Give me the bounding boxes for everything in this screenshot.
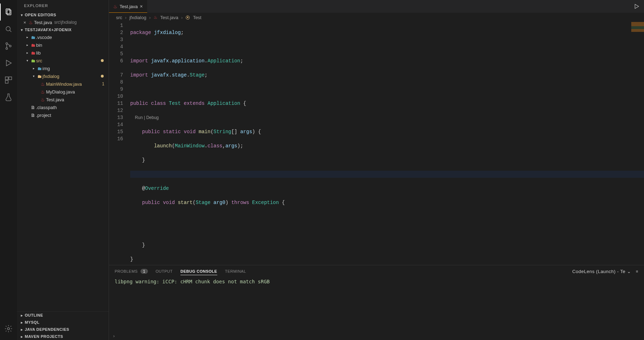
svg-marker-7 — [6, 60, 11, 66]
folder-open-icon: 🖿 — [30, 58, 36, 63]
tab-label: DEBUG CONSOLE — [180, 269, 217, 273]
chevron-right-icon: › — [181, 15, 183, 20]
breadcrumb-item[interactable]: Test.java — [160, 15, 178, 20]
close-icon[interactable]: × — [140, 4, 143, 9]
file-project[interactable]: 🗎 .project — [17, 111, 109, 119]
sidebar: EXPLORER ▾ OPEN EDITORS × ♨ Test.java sr… — [17, 0, 109, 340]
folder-src[interactable]: ▾ 🖿 src — [17, 57, 109, 64]
sidebar-title: EXPLORER — [17, 0, 109, 11]
section-label: MAVEN PROJECTS — [25, 334, 63, 339]
chevron-right-icon: ▸ — [25, 51, 30, 55]
tab-output[interactable]: OUTPUT — [156, 269, 173, 273]
folder-icon: 🖿 — [30, 42, 36, 48]
open-editor-item[interactable]: × ♨ Test.java src\jfxdialog — [17, 18, 109, 26]
svg-rect-8 — [5, 77, 8, 80]
settings-gear-icon[interactable] — [0, 320, 17, 337]
codelens-run-debug[interactable]: Run | Debug — [135, 115, 159, 120]
tab-label: OUTPUT — [156, 269, 173, 273]
code-content[interactable]: package jfxdialog; import javafx.applica… — [130, 22, 644, 265]
folder-icon: 🖿 — [36, 66, 42, 71]
debug-console-output[interactable]: libpng warning: iCCP: cHRM chunk does no… — [109, 277, 644, 334]
chevron-right-icon: › — [149, 15, 150, 20]
console-line: libpng warning: iCCP: cHRM chunk does no… — [115, 279, 638, 284]
explorer-icon[interactable] — [0, 4, 17, 21]
file-icon: 🗎 — [30, 105, 36, 110]
search-icon[interactable] — [0, 21, 17, 38]
close-icon[interactable]: × — [22, 20, 28, 25]
chevron-down-icon: ▾ — [19, 13, 25, 17]
tab-problems[interactable]: PROBLEMS 1 — [115, 269, 148, 274]
extensions-icon[interactable] — [0, 72, 17, 89]
testing-icon[interactable] — [0, 89, 17, 106]
chevron-right-icon: ▸ — [19, 321, 25, 324]
breadcrumb-item[interactable]: Test — [193, 15, 201, 20]
breadcrumbs[interactable]: src › jfxdialog › ♨ Test.java › ⦿ Test — [109, 13, 644, 22]
svg-marker-12 — [635, 4, 639, 8]
section-label: JAVA DEPENDENCIES — [25, 327, 69, 332]
chevron-right-icon: ▸ — [19, 335, 25, 339]
folder-label: src — [36, 58, 42, 63]
run-debug-icon[interactable] — [0, 55, 17, 72]
folder-icon: 🖿 — [30, 50, 36, 56]
file-classpath[interactable]: 🗎 .classpath — [17, 103, 109, 111]
folder-bin[interactable]: ▸ 🖿 bin — [17, 41, 109, 49]
tab-terminal[interactable]: TERMINAL — [225, 269, 246, 273]
section-outline[interactable]: ▸ OUTLINE — [17, 312, 109, 319]
chevron-right-icon: › — [125, 15, 126, 20]
sidebar-bottom-sections: ▸ OUTLINE ▸ MYSQL ▸ JAVA DEPENDENCIES ▸ … — [17, 311, 109, 340]
modified-dot-icon — [101, 59, 104, 62]
svg-rect-0 — [6, 9, 10, 14]
file-testjava[interactable]: ♨ Test.java — [17, 96, 109, 103]
section-mysql[interactable]: ▸ MYSQL — [17, 319, 109, 326]
svg-rect-1 — [7, 10, 11, 15]
panel-tabs: PROBLEMS 1 OUTPUT DEBUG CONSOLE TERMINAL… — [109, 265, 644, 277]
section-maven-projects[interactable]: ▸ MAVEN PROJECTS — [17, 333, 109, 340]
file-icon: 🗎 — [30, 113, 36, 118]
section-label: OPEN EDITORS — [25, 13, 56, 17]
chevron-right-icon: ▸ — [19, 328, 25, 332]
file-tree: ▸ 🖿 .vscode ▸ 🖿 bin ▸ 🖿 lib ▾ 🖿 src ▸ 🖿 … — [17, 33, 109, 311]
breadcrumb-item[interactable]: src — [116, 15, 122, 20]
line-gutter: 12345678910111213141516 — [109, 22, 130, 265]
folder-lib[interactable]: ▸ 🖿 lib — [17, 49, 109, 57]
svg-line-3 — [10, 30, 12, 32]
section-open-editors[interactable]: ▾ OPEN EDITORS — [17, 11, 109, 18]
source-control-icon[interactable] — [0, 38, 17, 55]
section-project[interactable]: ▾ TESTJAVAFX+JFOENIX — [17, 26, 109, 33]
folder-vscode[interactable]: ▸ 🖿 .vscode — [17, 33, 109, 41]
open-editor-path: src\jfxdialog — [54, 20, 76, 25]
run-button[interactable] — [633, 3, 644, 10]
section-label: OUTLINE — [25, 313, 43, 317]
chevron-down-icon: ⌄ — [627, 269, 631, 274]
file-label: .project — [36, 113, 51, 118]
file-mydialog[interactable]: ♨ MyDialog.java — [17, 88, 109, 96]
java-file-icon: ♨ — [40, 89, 46, 95]
section-label: TESTJAVAFX+JFOENIX — [25, 28, 71, 32]
tab-test-java[interactable]: ♨ Test.java × — [109, 0, 148, 13]
folder-label: lib — [36, 50, 41, 56]
breadcrumb-item[interactable]: jfxdialog — [130, 15, 146, 20]
folder-label: bin — [36, 42, 42, 48]
folder-label: .vscode — [36, 35, 52, 40]
tab-debug-console[interactable]: DEBUG CONSOLE — [180, 269, 217, 275]
filter-icon[interactable]: ≡ — [636, 269, 638, 273]
folder-img[interactable]: ▸ 🖿 img — [17, 64, 109, 72]
tab-label: TERMINAL — [225, 269, 246, 273]
code-editor[interactable]: 12345678910111213141516 package jfxdialo… — [109, 22, 644, 265]
java-file-icon: ♨ — [113, 4, 117, 9]
section-label: MYSQL — [25, 320, 40, 324]
svg-point-11 — [7, 328, 10, 330]
chevron-down-icon: ▾ — [19, 28, 25, 32]
bottom-panel: PROBLEMS 1 OUTPUT DEBUG CONSOLE TERMINAL… — [109, 265, 644, 340]
debug-input-chevron[interactable]: › — [109, 334, 644, 340]
launch-config-selector[interactable]: CodeLens (Launch) - Te ⌄ — [572, 269, 631, 274]
file-mainwindow[interactable]: ♨ MainWindow.java 1 — [17, 80, 109, 88]
tab-label: PROBLEMS — [115, 269, 138, 273]
java-file-icon: ♨ — [28, 20, 34, 25]
folder-icon: 🖿 — [30, 35, 36, 40]
chevron-down-icon: ▾ — [25, 59, 30, 62]
section-java-dependencies[interactable]: ▸ JAVA DEPENDENCIES — [17, 326, 109, 333]
class-icon: ⦿ — [185, 15, 190, 20]
file-label: MyDialog.java — [46, 89, 75, 95]
folder-jfxdialog[interactable]: ▾ 🖿 jfxdialog — [17, 72, 109, 80]
